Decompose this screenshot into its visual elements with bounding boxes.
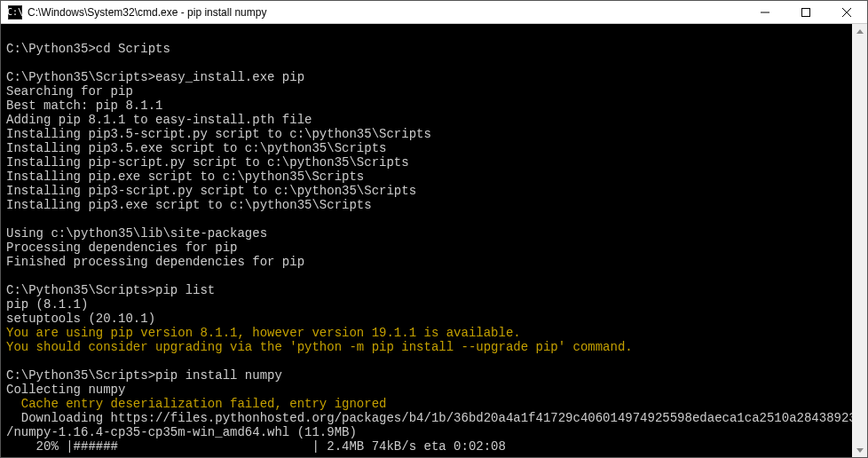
terminal-line <box>6 269 847 283</box>
terminal-line: Finished processing dependencies for pip <box>6 255 847 269</box>
terminal-line: Installing pip-script.py script to c:\py… <box>6 155 847 170</box>
window-title: C:\Windows\System32\cmd.exe - pip instal… <box>28 6 745 19</box>
terminal-line: Searching for pip <box>6 84 847 99</box>
terminal-line: C:\Python35\Scripts>pip install numpy <box>6 368 847 383</box>
terminal-line: Installing pip3.5-script.py script to c:… <box>6 127 847 141</box>
terminal-line: You should consider upgrading via the 'p… <box>6 340 847 354</box>
svg-rect-1 <box>802 8 810 16</box>
terminal-line: Using c:\python35\lib\site-packages <box>6 226 847 241</box>
terminal-line: C:\Python35>cd Scripts <box>6 42 847 56</box>
terminal-line: C:\Python35\Scripts>pip list <box>6 283 847 297</box>
terminal-line: C:\Python35\Scripts>easy_install.exe pip <box>6 70 847 84</box>
terminal-line <box>6 354 847 368</box>
scroll-track[interactable] <box>852 39 867 442</box>
terminal-line: /numpy-1.16.4-cp35-cp35m-win_amd64.whl (… <box>6 425 847 439</box>
terminal-line <box>6 56 847 70</box>
terminal-line: Installing pip3.5.exe script to c:\pytho… <box>6 141 847 155</box>
window-controls <box>745 1 867 23</box>
command-prompt-window: C:\ C:\Windows\System32\cmd.exe - pip in… <box>0 0 868 458</box>
terminal-line: Installing pip.exe script to c:\python35… <box>6 170 847 184</box>
close-button[interactable] <box>826 1 867 23</box>
scroll-down-icon[interactable] <box>852 442 867 457</box>
terminal-output[interactable]: C:\Python35>cd Scripts C:\Python35\Scrip… <box>1 24 852 457</box>
terminal-line: 20% |###### | 2.4MB 74kB/s eta 0:02:08 <box>6 439 847 454</box>
titlebar[interactable]: C:\ C:\Windows\System32\cmd.exe - pip in… <box>1 1 867 24</box>
minimize-icon <box>761 8 769 17</box>
terminal-line: setuptools (20.10.1) <box>6 312 847 326</box>
terminal-line: Installing pip3.exe script to c:\python3… <box>6 198 847 212</box>
scroll-up-icon[interactable] <box>852 24 867 39</box>
close-icon <box>842 8 851 17</box>
terminal-line: Processing dependencies for pip <box>6 241 847 255</box>
maximize-icon <box>801 8 810 17</box>
terminal-line <box>6 28 847 42</box>
maximize-button[interactable] <box>785 1 826 23</box>
minimize-button[interactable] <box>745 1 785 23</box>
terminal-line: Collecting numpy <box>6 383 847 397</box>
terminal-line: Cache entry deserialization failed, entr… <box>6 397 847 411</box>
terminal-line: Best match: pip 8.1.1 <box>6 99 847 113</box>
terminal-line: Installing pip3-script.py script to c:\p… <box>6 184 847 198</box>
terminal-container: C:\Python35>cd Scripts C:\Python35\Scrip… <box>1 24 867 457</box>
cmd-icon: C:\ <box>8 5 22 20</box>
terminal-line: You are using pip version 8.1.1, however… <box>6 326 847 340</box>
terminal-line: pip (8.1.1) <box>6 297 847 312</box>
terminal-line: Downloading https://files.pythonhosted.o… <box>6 411 847 425</box>
terminal-line: Adding pip 8.1.1 to easy-install.pth fil… <box>6 113 847 127</box>
scrollbar[interactable] <box>852 24 867 457</box>
terminal-line <box>6 212 847 226</box>
